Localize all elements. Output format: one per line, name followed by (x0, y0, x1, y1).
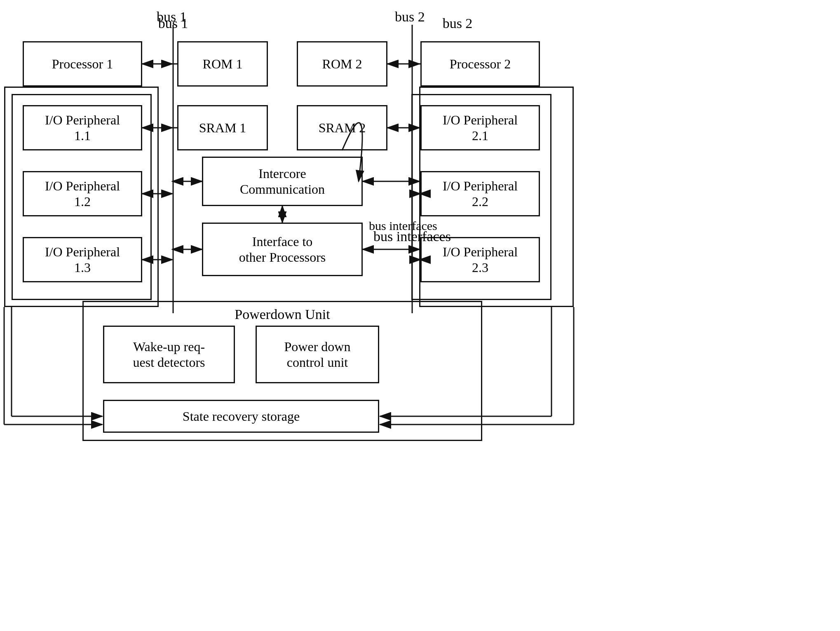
left-outer-rect-2 (4, 87, 159, 307)
sram1-block: SRAM 1 (177, 105, 268, 150)
wakeup-block: Wake-up req-uest detectors (103, 326, 235, 383)
intercore-block: IntercoreCommunication (202, 157, 363, 206)
right-outer-rect-2 (419, 87, 574, 307)
rom2-block: ROM 2 (297, 41, 387, 87)
powerdown-ctrl-block: Power downcontrol unit (256, 326, 379, 383)
bus1-label: bus 1 (148, 16, 198, 31)
interface-block: Interface toother Processors (202, 223, 363, 276)
svg-text:bus 2: bus 2 (395, 9, 425, 24)
state-recovery-block: State recovery storage (103, 400, 379, 433)
bus2-label: bus 2 (433, 16, 482, 31)
rom1-block: ROM 1 (177, 41, 268, 87)
sram2-block: SRAM 2 (297, 105, 387, 150)
processor1-block: Processor 1 (23, 41, 142, 87)
processor2-block: Processor 2 (420, 41, 540, 87)
